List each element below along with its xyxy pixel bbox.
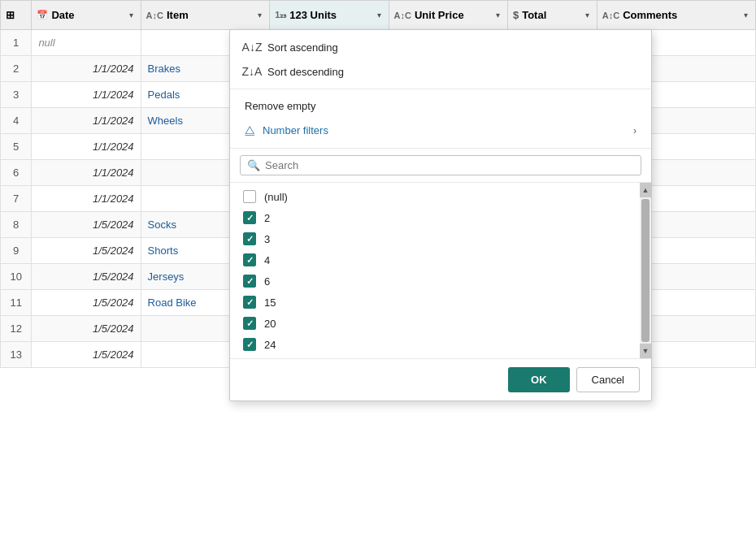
col-comments-label: Comments — [623, 9, 677, 21]
sort-section: A↓Z Sort ascending Z↓A Sort descending — [230, 30, 651, 89]
cell-date[interactable]: 1/1/2024 — [32, 160, 141, 186]
col-units-dropdown[interactable]: ▾ — [375, 9, 384, 21]
text-icon-item: A↕C — [146, 11, 163, 20]
scroll-up-button[interactable]: ▲ — [640, 183, 651, 197]
checkbox-6[interactable] — [243, 317, 256, 330]
cell-date[interactable]: 1/1/2024 — [32, 82, 141, 108]
checkbox-item[interactable]: 2 — [230, 207, 651, 228]
row-number: 2 — [1, 56, 32, 82]
cell-date[interactable]: 1/5/2024 — [32, 264, 141, 290]
col-total-dropdown[interactable]: ▾ — [583, 9, 592, 21]
dollar-icon: $ — [513, 9, 519, 21]
number-icon-units: 1₂₃ — [275, 10, 286, 20]
sort-za-icon: Z↓A — [245, 65, 259, 78]
row-number: 12 — [1, 316, 32, 342]
cell-date[interactable]: 1/1/2024 — [32, 108, 141, 134]
cancel-button[interactable]: Cancel — [576, 367, 640, 392]
col-unit-price-label: Unit Price — [415, 9, 464, 21]
row-number: 5 — [1, 134, 32, 160]
cell-date[interactable]: 1/1/2024 — [32, 134, 141, 160]
number-filters-item[interactable]: ⧋ Number filters › — [230, 118, 651, 143]
row-number: 10 — [1, 264, 32, 290]
checkbox-7[interactable] — [243, 338, 256, 351]
checkbox-0[interactable] — [243, 190, 256, 203]
checkbox-item[interactable]: 20 — [230, 313, 651, 334]
cell-date[interactable]: 1/5/2024 — [32, 290, 141, 316]
checkbox-list: (null)2346152024 — [230, 183, 651, 358]
col-unit-price-dropdown[interactable]: ▾ — [493, 9, 502, 21]
search-input[interactable] — [265, 159, 634, 171]
checkbox-2[interactable] — [243, 232, 256, 245]
cell-date[interactable]: null — [32, 30, 141, 56]
row-number: 9 — [1, 238, 32, 264]
cell-date[interactable]: 1/5/2024 — [32, 342, 141, 368]
col-total-label: Total — [522, 9, 546, 21]
checkbox-item[interactable]: 4 — [230, 249, 651, 270]
col-units-label: 123 Units — [289, 9, 337, 21]
remove-empty-item[interactable]: Remove empty — [230, 94, 651, 118]
row-number: 4 — [1, 108, 32, 134]
grid-icon-header[interactable]: ⊞ — [1, 1, 32, 30]
checkbox-label: 6 — [264, 275, 270, 288]
checkbox-label: 3 — [264, 233, 270, 245]
col-comments-dropdown[interactable]: ▾ — [741, 9, 750, 21]
checkbox-item[interactable]: 6 — [230, 270, 651, 292]
cell-date[interactable]: 1/5/2024 — [32, 212, 141, 238]
row-number: 8 — [1, 212, 32, 238]
checkbox-3[interactable] — [243, 253, 256, 266]
text-icon-comments: A↕C — [602, 11, 619, 20]
cell-date[interactable]: 1/5/2024 — [32, 238, 141, 264]
col-date-dropdown[interactable]: ▾ — [127, 9, 136, 21]
checkbox-label: 20 — [264, 318, 276, 330]
col-unit-price[interactable]: A↕C Unit Price ▾ — [389, 1, 507, 30]
filter-dropdown-panel: A↓Z Sort ascending Z↓A Sort descending R… — [229, 29, 652, 401]
checkbox-item[interactable]: (null) — [230, 186, 651, 207]
row-number: 11 — [1, 290, 32, 316]
row-number: 6 — [1, 160, 32, 186]
row-number: 3 — [1, 82, 32, 108]
search-icon: 🔍 — [247, 159, 260, 171]
sort-descending-label: Sort descending — [267, 66, 344, 78]
row-number: 13 — [1, 342, 32, 368]
sort-descending-item[interactable]: Z↓A Sort descending — [230, 59, 651, 84]
checkbox-5[interactable] — [243, 296, 256, 309]
checkbox-label: 4 — [264, 254, 270, 266]
checkbox-item[interactable]: 15 — [230, 292, 651, 313]
scroll-thumb[interactable] — [641, 199, 650, 342]
search-section: 🔍 — [230, 149, 651, 183]
sort-ascending-label: Sort ascending — [267, 41, 338, 54]
col-item-label: Item — [167, 9, 189, 21]
col-units[interactable]: 1₂₃ 123 Units ▾ — [270, 1, 389, 30]
checkbox-label: 24 — [264, 339, 276, 351]
cell-date[interactable]: 1/5/2024 — [32, 316, 141, 342]
filter-icon: ⧋ — [245, 123, 254, 137]
col-comments[interactable]: A↕C Comments ▾ — [597, 1, 755, 30]
row-number: 1 — [1, 30, 32, 56]
sort-az-icon: A↓Z — [245, 41, 259, 54]
checkbox-label: (null) — [264, 191, 288, 203]
grid-icon: ⊞ — [6, 9, 15, 21]
ok-button[interactable]: OK — [508, 367, 570, 392]
checkbox-item[interactable]: 3 — [230, 228, 651, 249]
dropdown-footer: OK Cancel — [230, 358, 651, 400]
cell-date[interactable]: 1/1/2024 — [32, 56, 141, 82]
number-filters-label: Number filters — [263, 124, 328, 136]
remove-empty-label: Remove empty — [245, 100, 315, 112]
checkbox-item[interactable]: 24 — [230, 334, 651, 355]
checkbox-4[interactable] — [243, 275, 256, 288]
col-date-label: Date — [51, 9, 74, 21]
col-total[interactable]: $ Total ▾ — [507, 1, 597, 30]
col-item-dropdown[interactable]: ▾ — [255, 9, 264, 21]
search-box: 🔍 — [240, 155, 641, 175]
checkbox-list-container: (null)2346152024 ▲ ▼ — [230, 183, 651, 358]
cell-date[interactable]: 1/1/2024 — [32, 186, 141, 212]
scroll-down-button[interactable]: ▼ — [640, 344, 651, 358]
row-number: 7 — [1, 186, 32, 212]
col-date[interactable]: 📅 Date ▾ — [32, 1, 141, 30]
scrollbar[interactable]: ▲ ▼ — [640, 183, 651, 358]
sort-ascending-item[interactable]: A↓Z Sort ascending — [230, 35, 651, 59]
checkbox-label: 2 — [264, 212, 270, 224]
col-item[interactable]: A↕C Item ▾ — [141, 1, 270, 30]
checkbox-1[interactable] — [243, 211, 256, 224]
checkbox-label: 15 — [264, 296, 276, 309]
